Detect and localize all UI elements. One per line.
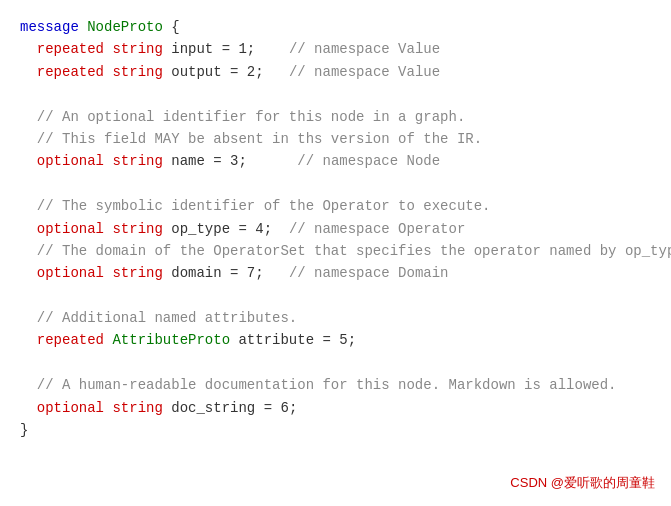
code-container: message NodeProto { repeated string inpu…	[0, 0, 671, 506]
code-line	[20, 285, 651, 307]
code-line: optional string name = 3; // namespace N…	[20, 150, 651, 172]
code-token	[20, 109, 37, 125]
code-token: optional	[37, 400, 104, 416]
code-token: optional	[37, 265, 104, 281]
code-token: // Additional named attributes.	[37, 310, 297, 326]
watermark: CSDN @爱听歌的周童鞋	[510, 473, 655, 494]
code-line	[20, 352, 651, 374]
code-token: // namespace Operator	[289, 221, 465, 237]
code-block: message NodeProto { repeated string inpu…	[20, 16, 651, 441]
code-line: message NodeProto {	[20, 16, 651, 38]
code-token: domain = 7;	[163, 265, 289, 281]
code-line: // Additional named attributes.	[20, 307, 651, 329]
code-token: name = 3;	[163, 153, 297, 169]
code-line: repeated AttributeProto attribute = 5;	[20, 329, 651, 351]
watermark-prefix: CSDN @	[510, 475, 564, 490]
code-line: optional string doc_string = 6;	[20, 397, 651, 419]
code-token: // namespace Node	[297, 153, 440, 169]
code-token	[20, 310, 37, 326]
code-token: string	[112, 153, 162, 169]
code-token: // The domain of the OperatorSet that sp…	[37, 243, 671, 259]
code-line: }	[20, 419, 651, 441]
code-token	[20, 377, 37, 393]
code-token: string	[112, 221, 162, 237]
code-token: // namespace Domain	[289, 265, 449, 281]
code-token	[20, 198, 37, 214]
code-line: optional string op_type = 4; // namespac…	[20, 218, 651, 240]
code-token: // This field MAY be absent in ths versi…	[37, 131, 482, 147]
code-token: string	[112, 41, 162, 57]
code-line: // This field MAY be absent in ths versi…	[20, 128, 651, 150]
code-token: input = 1;	[163, 41, 289, 57]
code-token: output = 2;	[163, 64, 289, 80]
code-token	[20, 131, 37, 147]
code-token: }	[20, 422, 28, 438]
code-line: optional string domain = 7; // namespace…	[20, 262, 651, 284]
code-token: message	[20, 19, 87, 35]
code-token: NodeProto	[87, 19, 163, 35]
code-token	[20, 64, 37, 80]
code-token: optional	[37, 221, 104, 237]
code-token	[20, 41, 37, 57]
code-token: // namespace Value	[289, 64, 440, 80]
code-token	[20, 400, 37, 416]
code-token: string	[112, 400, 162, 416]
code-token	[20, 243, 37, 259]
code-line: repeated string output = 2; // namespace…	[20, 61, 651, 83]
code-line	[20, 83, 651, 105]
code-line: // The domain of the OperatorSet that sp…	[20, 240, 651, 262]
code-token: {	[163, 19, 180, 35]
code-token	[20, 153, 37, 169]
watermark-suffix: 爱听歌的周童鞋	[564, 475, 655, 490]
code-token: attribute = 5;	[230, 332, 356, 348]
code-token: optional	[37, 153, 104, 169]
code-token: // The symbolic identifier of the Operat…	[37, 198, 491, 214]
code-token: // namespace Value	[289, 41, 440, 57]
code-line: // A human-readable documentation for th…	[20, 374, 651, 396]
code-token: repeated	[37, 64, 104, 80]
code-token: repeated	[37, 332, 104, 348]
code-token	[20, 265, 37, 281]
code-token: string	[112, 265, 162, 281]
code-token: AttributeProto	[112, 332, 230, 348]
code-token: doc_string = 6;	[163, 400, 297, 416]
code-token: // A human-readable documentation for th…	[37, 377, 617, 393]
code-line: repeated string input = 1; // namespace …	[20, 38, 651, 60]
code-line: // The symbolic identifier of the Operat…	[20, 195, 651, 217]
code-line: // An optional identifier for this node …	[20, 106, 651, 128]
code-token: string	[112, 64, 162, 80]
code-token: // An optional identifier for this node …	[37, 109, 465, 125]
code-token: op_type = 4;	[163, 221, 289, 237]
code-line	[20, 173, 651, 195]
code-token: repeated	[37, 41, 104, 57]
code-token	[20, 332, 37, 348]
code-token	[20, 221, 37, 237]
